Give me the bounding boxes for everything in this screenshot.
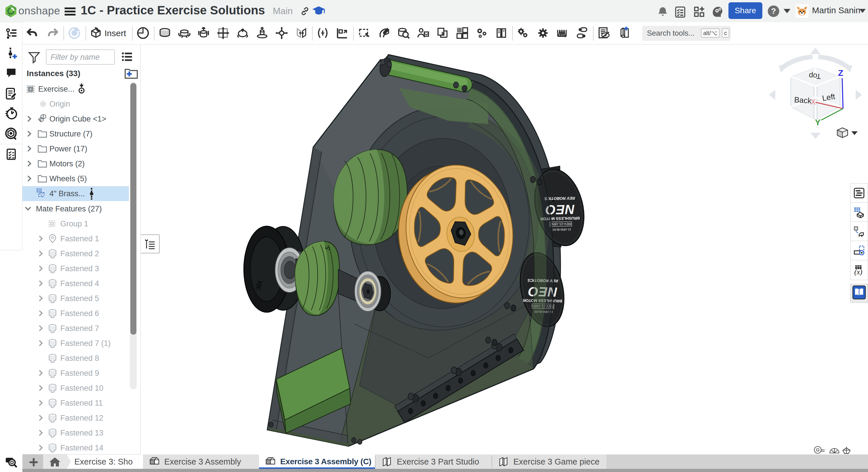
svg-text:REV-21-1650: REV-21-1650: [551, 222, 571, 226]
svg-text:Top: Top: [809, 71, 821, 81]
svg-text:Z: Z: [838, 68, 843, 78]
svg-text:Y: Y: [815, 118, 820, 127]
svg-text:X: X: [811, 97, 816, 106]
svg-text:(x): (x): [854, 268, 862, 276]
svg-text:21-1650-BLDC: 21-1650-BLDC: [552, 228, 571, 231]
svg-text:?: ?: [771, 7, 776, 16]
svg-text:Back: Back: [794, 95, 812, 105]
svg-text:REV ROBOTICS: REV ROBOTICS: [544, 196, 575, 201]
